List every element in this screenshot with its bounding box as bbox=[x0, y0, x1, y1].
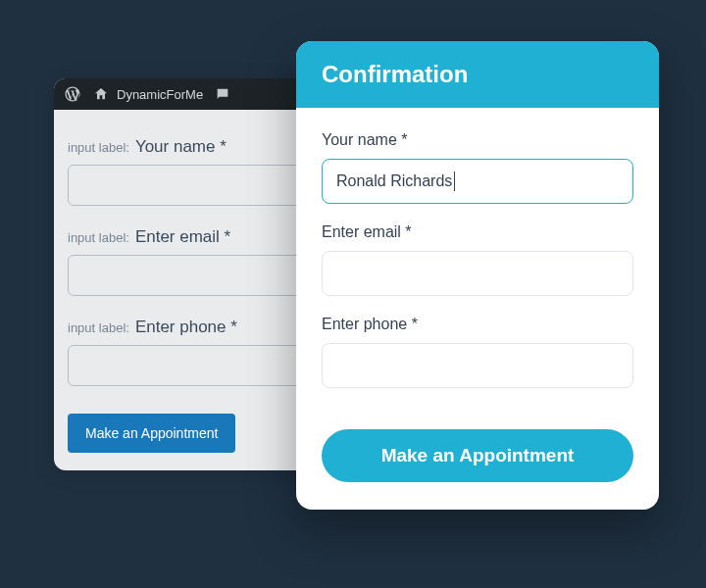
editor-meta-label: input label: bbox=[68, 230, 129, 245]
modal-email-input[interactable] bbox=[322, 251, 633, 296]
modal-body: Your name * Ronald Richards Enter email … bbox=[296, 108, 659, 510]
editor-email-label: Enter email * bbox=[135, 227, 230, 247]
confirmation-modal: Confirmation Your name * Ronald Richards… bbox=[296, 41, 659, 510]
modal-submit-button[interactable]: Make an Appointment bbox=[322, 429, 633, 482]
modal-header: Confirmation bbox=[296, 41, 659, 108]
editor-name-label: Your name * bbox=[135, 137, 227, 157]
admin-site-name[interactable]: DynamicForMe bbox=[117, 87, 203, 102]
editor-submit-button[interactable]: Make an Appointment bbox=[68, 414, 235, 453]
comment-icon[interactable] bbox=[215, 86, 230, 102]
modal-name-input[interactable]: Ronald Richards bbox=[322, 159, 633, 204]
modal-name-label: Your name * bbox=[322, 131, 633, 149]
home-icon[interactable] bbox=[93, 86, 109, 102]
modal-field-email: Enter email * bbox=[322, 223, 633, 296]
wordpress-icon[interactable] bbox=[64, 85, 81, 103]
modal-field-phone: Enter phone * bbox=[322, 316, 633, 388]
modal-field-name: Your name * Ronald Richards bbox=[322, 131, 633, 204]
editor-phone-label: Enter phone * bbox=[135, 318, 237, 337]
modal-email-label: Enter email * bbox=[322, 223, 633, 241]
text-cursor-icon bbox=[454, 172, 455, 191]
editor-meta-label: input label: bbox=[68, 320, 129, 335]
editor-meta-label: input label: bbox=[68, 140, 129, 155]
modal-name-value: Ronald Richards bbox=[336, 172, 452, 190]
modal-title: Confirmation bbox=[322, 61, 633, 88]
modal-phone-label: Enter phone * bbox=[322, 316, 633, 333]
modal-phone-input[interactable] bbox=[322, 343, 633, 388]
